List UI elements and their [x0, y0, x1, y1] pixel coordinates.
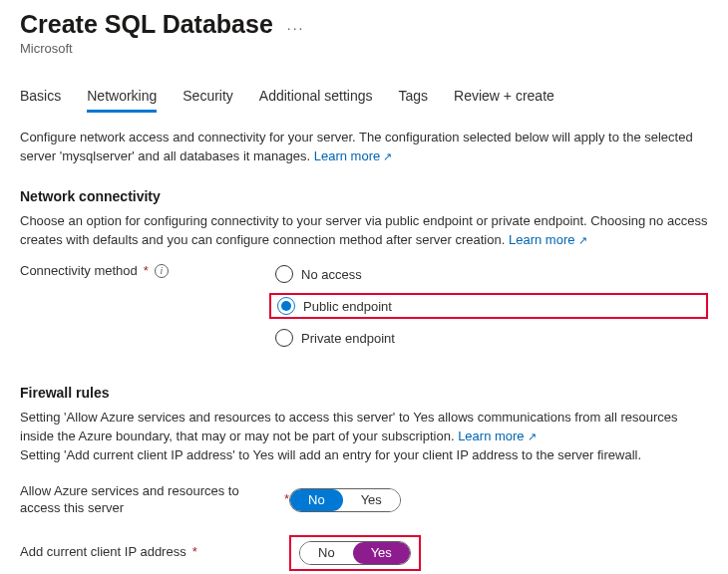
- tab-security[interactable]: Security: [182, 82, 233, 112]
- allow-azure-label: Allow Azure services and resources to ac…: [20, 483, 278, 517]
- required-indicator: *: [192, 544, 197, 561]
- required-indicator: *: [144, 263, 149, 278]
- add-client-ip-label: Add current client IP address: [20, 544, 186, 561]
- page-title: Create SQL Database: [20, 10, 273, 39]
- tab-basics[interactable]: Basics: [20, 82, 61, 112]
- more-actions-icon[interactable]: ···: [287, 20, 305, 36]
- radio-public-endpoint[interactable]: Public endpoint: [271, 295, 422, 317]
- radio-private-endpoint-label: Private endpoint: [301, 331, 395, 346]
- network-desc: Choose an option for configuring connect…: [20, 212, 708, 250]
- radio-no-access[interactable]: No access: [269, 263, 708, 285]
- highlight-public-endpoint: Public endpoint: [269, 293, 708, 319]
- connectivity-method-label: Connectivity method: [20, 263, 138, 278]
- tab-tags[interactable]: Tags: [398, 82, 428, 112]
- firewall-learn-more-link[interactable]: Learn more: [458, 429, 537, 443]
- add-client-ip-toggle[interactable]: No Yes: [299, 541, 411, 565]
- page-subtitle: Microsoft: [20, 41, 708, 56]
- firewall-rules-heading: Firewall rules: [20, 385, 708, 401]
- add-client-ip-yes[interactable]: Yes: [353, 542, 410, 564]
- intro-text: Configure network access and connectivit…: [20, 129, 708, 166]
- tab-networking[interactable]: Networking: [87, 82, 157, 113]
- radio-public-endpoint-label: Public endpoint: [303, 299, 392, 314]
- tab-bar: Basics Networking Security Additional se…: [20, 82, 708, 113]
- radio-no-access-label: No access: [301, 267, 362, 282]
- firewall-desc: Setting 'Allow Azure services and resour…: [20, 409, 708, 465]
- allow-azure-no[interactable]: No: [290, 489, 343, 511]
- connectivity-method-radio-group: No access Public endpoint Private endpoi…: [269, 263, 708, 349]
- network-learn-more-link[interactable]: Learn more: [509, 232, 587, 247]
- intro-learn-more-link[interactable]: Learn more: [314, 148, 393, 163]
- radio-private-endpoint[interactable]: Private endpoint: [269, 327, 708, 349]
- tab-additional-settings[interactable]: Additional settings: [259, 82, 373, 112]
- highlight-add-client-ip: No Yes: [289, 535, 421, 571]
- allow-azure-yes[interactable]: Yes: [343, 489, 400, 511]
- network-connectivity-heading: Network connectivity: [20, 188, 708, 204]
- tab-review-create[interactable]: Review + create: [454, 82, 554, 112]
- info-icon[interactable]: i: [155, 264, 169, 278]
- add-client-ip-no[interactable]: No: [300, 542, 353, 564]
- allow-azure-toggle[interactable]: No Yes: [289, 488, 401, 512]
